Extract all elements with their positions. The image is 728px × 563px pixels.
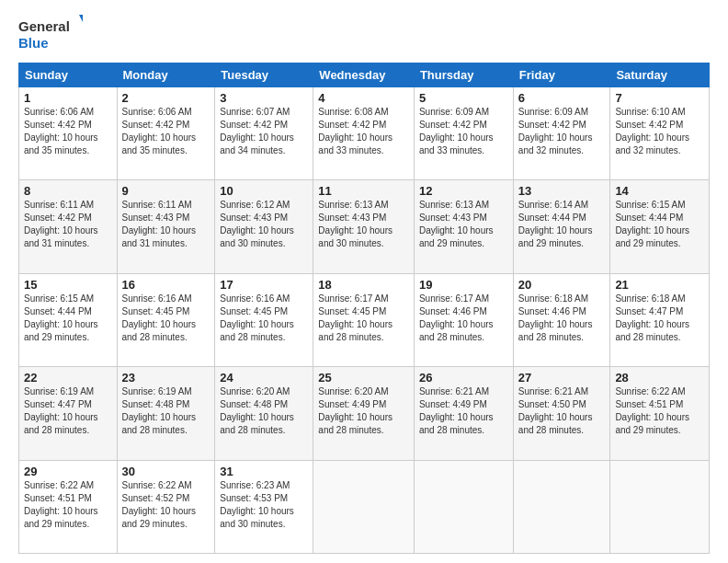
day-number: 8: [24, 184, 112, 198]
calendar-day-3: 3Sunrise: 6:07 AM Sunset: 4:42 PM Daylig…: [215, 87, 313, 180]
day-info: Sunrise: 6:17 AM Sunset: 4:46 PM Dayligh…: [419, 293, 508, 344]
calendar-day-18: 18Sunrise: 6:17 AM Sunset: 4:45 PM Dayli…: [313, 273, 415, 366]
day-number: 2: [122, 91, 210, 105]
weekday-header-friday: Friday: [513, 63, 610, 87]
calendar-week-2: 8Sunrise: 6:11 AM Sunset: 4:42 PM Daylig…: [19, 180, 710, 273]
calendar-day-1: 1Sunrise: 6:06 AM Sunset: 4:42 PM Daylig…: [19, 87, 118, 180]
calendar-day-13: 13Sunrise: 6:14 AM Sunset: 4:44 PM Dayli…: [513, 180, 610, 273]
day-number: 29: [24, 465, 112, 478]
day-info: Sunrise: 6:21 AM Sunset: 4:49 PM Dayligh…: [419, 385, 508, 437]
day-number: 15: [24, 278, 112, 292]
empty-day: [610, 460, 710, 553]
header: General Blue: [18, 15, 710, 53]
calendar-day-27: 27Sunrise: 6:21 AM Sunset: 4:50 PM Dayli…: [513, 367, 610, 460]
day-info: Sunrise: 6:06 AM Sunset: 4:42 PM Dayligh…: [24, 106, 112, 157]
day-info: Sunrise: 6:13 AM Sunset: 4:43 PM Dayligh…: [419, 199, 508, 250]
calendar-day-20: 20Sunrise: 6:18 AM Sunset: 4:46 PM Dayli…: [513, 273, 610, 366]
day-number: 9: [122, 184, 210, 198]
day-number: 23: [122, 371, 210, 385]
empty-day: [513, 460, 610, 553]
day-info: Sunrise: 6:11 AM Sunset: 4:42 PM Dayligh…: [24, 199, 112, 250]
calendar-header: SundayMondayTuesdayWednesdayThursdayFrid…: [19, 63, 710, 87]
day-info: Sunrise: 6:10 AM Sunset: 4:42 PM Dayligh…: [615, 106, 704, 157]
weekday-row: SundayMondayTuesdayWednesdayThursdayFrid…: [19, 63, 710, 87]
day-number: 21: [615, 278, 704, 292]
calendar-day-31: 31Sunrise: 6:23 AM Sunset: 4:53 PM Dayli…: [215, 460, 313, 553]
day-info: Sunrise: 6:11 AM Sunset: 4:43 PM Dayligh…: [122, 199, 210, 250]
day-info: Sunrise: 6:16 AM Sunset: 4:45 PM Dayligh…: [122, 293, 210, 344]
calendar-week-5: 29Sunrise: 6:22 AM Sunset: 4:51 PM Dayli…: [19, 460, 710, 553]
calendar-day-19: 19Sunrise: 6:17 AM Sunset: 4:46 PM Dayli…: [414, 273, 513, 366]
day-number: 7: [615, 91, 704, 105]
calendar-day-30: 30Sunrise: 6:22 AM Sunset: 4:52 PM Dayli…: [117, 460, 215, 553]
day-number: 26: [419, 371, 508, 385]
day-number: 18: [318, 278, 409, 292]
weekday-header-saturday: Saturday: [610, 63, 710, 87]
day-info: Sunrise: 6:18 AM Sunset: 4:47 PM Dayligh…: [615, 293, 704, 344]
calendar-day-6: 6Sunrise: 6:09 AM Sunset: 4:42 PM Daylig…: [513, 87, 610, 180]
day-number: 11: [318, 184, 409, 198]
day-info: Sunrise: 6:21 AM Sunset: 4:50 PM Dayligh…: [518, 385, 606, 437]
day-number: 20: [518, 278, 606, 292]
calendar-day-15: 15Sunrise: 6:15 AM Sunset: 4:44 PM Dayli…: [19, 273, 118, 366]
calendar-week-1: 1Sunrise: 6:06 AM Sunset: 4:42 PM Daylig…: [19, 87, 710, 180]
day-info: Sunrise: 6:17 AM Sunset: 4:45 PM Dayligh…: [318, 293, 409, 344]
weekday-header-monday: Monday: [117, 63, 215, 87]
calendar-day-4: 4Sunrise: 6:08 AM Sunset: 4:42 PM Daylig…: [313, 87, 415, 180]
calendar-day-22: 22Sunrise: 6:19 AM Sunset: 4:47 PM Dayli…: [19, 367, 118, 460]
calendar-day-8: 8Sunrise: 6:11 AM Sunset: 4:42 PM Daylig…: [19, 180, 118, 273]
calendar-day-14: 14Sunrise: 6:15 AM Sunset: 4:44 PM Dayli…: [610, 180, 710, 273]
day-number: 19: [419, 278, 508, 292]
day-info: Sunrise: 6:20 AM Sunset: 4:49 PM Dayligh…: [318, 385, 409, 437]
day-info: Sunrise: 6:22 AM Sunset: 4:52 PM Dayligh…: [122, 479, 210, 531]
day-info: Sunrise: 6:08 AM Sunset: 4:42 PM Dayligh…: [318, 106, 409, 157]
day-number: 6: [518, 91, 606, 105]
calendar-day-23: 23Sunrise: 6:19 AM Sunset: 4:48 PM Dayli…: [117, 367, 215, 460]
day-number: 5: [419, 91, 508, 105]
day-number: 3: [220, 91, 308, 105]
day-number: 24: [220, 371, 308, 385]
calendar-day-2: 2Sunrise: 6:06 AM Sunset: 4:42 PM Daylig…: [117, 87, 215, 180]
day-info: Sunrise: 6:15 AM Sunset: 4:44 PM Dayligh…: [615, 199, 704, 250]
logo-svg: General Blue: [18, 15, 83, 53]
day-number: 10: [220, 184, 308, 198]
day-info: Sunrise: 6:07 AM Sunset: 4:42 PM Dayligh…: [220, 106, 308, 157]
weekday-header-tuesday: Tuesday: [215, 63, 313, 87]
day-number: 13: [518, 184, 606, 198]
calendar-day-17: 17Sunrise: 6:16 AM Sunset: 4:45 PM Dayli…: [215, 273, 313, 366]
day-info: Sunrise: 6:22 AM Sunset: 4:51 PM Dayligh…: [615, 385, 704, 437]
day-info: Sunrise: 6:09 AM Sunset: 4:42 PM Dayligh…: [518, 106, 606, 157]
calendar-day-29: 29Sunrise: 6:22 AM Sunset: 4:51 PM Dayli…: [19, 460, 118, 553]
day-number: 4: [318, 91, 409, 105]
calendar-day-11: 11Sunrise: 6:13 AM Sunset: 4:43 PM Dayli…: [313, 180, 415, 273]
calendar-page: General Blue SundayMondayTuesdayWednesda…: [0, 0, 728, 563]
calendar-day-28: 28Sunrise: 6:22 AM Sunset: 4:51 PM Dayli…: [610, 367, 710, 460]
empty-day: [414, 460, 513, 553]
calendar-day-10: 10Sunrise: 6:12 AM Sunset: 4:43 PM Dayli…: [215, 180, 313, 273]
day-info: Sunrise: 6:20 AM Sunset: 4:48 PM Dayligh…: [220, 385, 308, 437]
empty-day: [313, 460, 415, 553]
logo: General Blue: [18, 15, 83, 53]
weekday-header-wednesday: Wednesday: [313, 63, 415, 87]
calendar-day-25: 25Sunrise: 6:20 AM Sunset: 4:49 PM Dayli…: [313, 367, 415, 460]
day-info: Sunrise: 6:22 AM Sunset: 4:51 PM Dayligh…: [24, 479, 112, 531]
calendar-body: 1Sunrise: 6:06 AM Sunset: 4:42 PM Daylig…: [19, 87, 710, 554]
calendar-table: SundayMondayTuesdayWednesdayThursdayFrid…: [18, 63, 710, 554]
day-number: 16: [122, 278, 210, 292]
day-info: Sunrise: 6:12 AM Sunset: 4:43 PM Dayligh…: [220, 199, 308, 250]
svg-text:Blue: Blue: [18, 35, 49, 51]
day-number: 27: [518, 371, 606, 385]
weekday-header-sunday: Sunday: [19, 63, 118, 87]
calendar-day-16: 16Sunrise: 6:16 AM Sunset: 4:45 PM Dayli…: [117, 273, 215, 366]
calendar-week-4: 22Sunrise: 6:19 AM Sunset: 4:47 PM Dayli…: [19, 367, 710, 460]
day-info: Sunrise: 6:18 AM Sunset: 4:46 PM Dayligh…: [518, 293, 606, 344]
day-number: 1: [24, 91, 112, 105]
day-info: Sunrise: 6:14 AM Sunset: 4:44 PM Dayligh…: [518, 199, 606, 250]
day-number: 22: [24, 371, 112, 385]
calendar-day-5: 5Sunrise: 6:09 AM Sunset: 4:42 PM Daylig…: [414, 87, 513, 180]
day-number: 30: [122, 465, 210, 478]
day-number: 25: [318, 371, 409, 385]
day-number: 31: [220, 465, 308, 478]
day-info: Sunrise: 6:19 AM Sunset: 4:48 PM Dayligh…: [122, 385, 210, 437]
day-number: 17: [220, 278, 308, 292]
